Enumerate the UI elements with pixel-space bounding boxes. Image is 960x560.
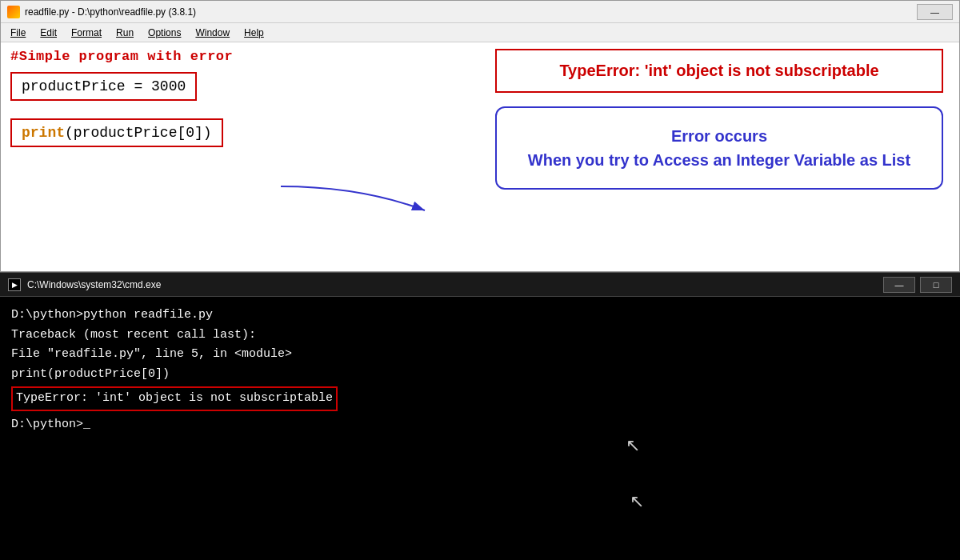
cmd-output-error-wrapper: TypeError: 'int' object is not subscript… xyxy=(11,385,949,411)
minimize-button[interactable]: — xyxy=(917,4,953,20)
menu-file[interactable]: File xyxy=(4,26,32,40)
cmd-output-line4: print(productPrice[0]) xyxy=(11,366,949,384)
cmd-output-line5: TypeError: 'int' object is not subscript… xyxy=(16,391,333,405)
cmd-output-line6: D:\python>_ xyxy=(11,416,949,434)
arrow-svg xyxy=(281,178,441,242)
cmd-output-line1: D:\python>python readfile.py xyxy=(11,306,949,325)
cmd-output-line3: File "readfile.py", line 5, in <module> xyxy=(11,346,949,364)
editor-titlebar-controls: — xyxy=(917,4,953,20)
editor-titlebar-left: readfile.py - D:\python\readfile.py (3.8… xyxy=(7,6,196,18)
editor-menubar: File Edit Format Run Options Window Help xyxy=(1,23,959,42)
cmd-maximize-icon: □ xyxy=(934,280,939,290)
menu-format[interactable]: Format xyxy=(65,26,108,40)
cmd-icon: ▶ xyxy=(8,278,21,291)
cmd-output-line2: Traceback (most recent call last): xyxy=(11,326,949,345)
code-print-keyword: print xyxy=(22,125,65,141)
cmd-titlebar: ▶ C:\Windows\system32\cmd.exe — □ xyxy=(0,273,960,297)
cmd-minimize-button[interactable]: — xyxy=(883,277,915,293)
cursor-2: ↖ xyxy=(630,491,644,512)
cmd-titlebar-left: ▶ C:\Windows\system32\cmd.exe xyxy=(8,278,161,291)
error-type-box: TypeError: 'int' object is not subscript… xyxy=(495,49,943,93)
code-line-1-text: productPrice = 3000 xyxy=(22,78,186,94)
menu-run[interactable]: Run xyxy=(110,26,140,40)
cmd-window: ▶ C:\Windows\system32\cmd.exe — □ D:\pyt… xyxy=(0,272,960,560)
error-desc-box: Error occurs When you try to Access an I… xyxy=(495,106,943,190)
editor-title: readfile.py - D:\python\readfile.py (3.8… xyxy=(25,6,196,18)
error-desc-line1: Error occurs xyxy=(513,124,926,148)
code-line-2: print(productPrice[0]) xyxy=(10,118,223,147)
error-desc-line2: When you try to Access an Integer Variab… xyxy=(513,148,926,172)
menu-options[interactable]: Options xyxy=(142,26,187,40)
code-print-args: (productPrice[0]) xyxy=(65,125,212,141)
python-icon xyxy=(7,6,20,18)
minimize-icon: — xyxy=(930,7,939,17)
menu-help[interactable]: Help xyxy=(238,26,270,40)
cmd-minimize-icon: — xyxy=(895,280,904,290)
cmd-error-box: TypeError: 'int' object is not subscript… xyxy=(11,386,338,411)
cmd-maximize-button[interactable]: □ xyxy=(920,277,952,293)
editor-content: #Simple program with error productPrice … xyxy=(1,42,959,273)
cmd-controls: — □ xyxy=(883,277,952,293)
cmd-content: D:\python>python readfile.py Traceback (… xyxy=(0,297,960,445)
editor-window: readfile.py - D:\python\readfile.py (3.8… xyxy=(0,0,960,272)
cmd-icon-text: ▶ xyxy=(12,281,18,289)
error-type-text: TypeError: 'int' object is not subscript… xyxy=(559,62,878,79)
editor-titlebar: readfile.py - D:\python\readfile.py (3.8… xyxy=(1,1,959,23)
code-line-1: productPrice = 3000 xyxy=(10,72,197,101)
menu-edit[interactable]: Edit xyxy=(34,26,63,40)
cmd-title: C:\Windows\system32\cmd.exe xyxy=(27,279,161,290)
menu-window[interactable]: Window xyxy=(189,26,236,40)
